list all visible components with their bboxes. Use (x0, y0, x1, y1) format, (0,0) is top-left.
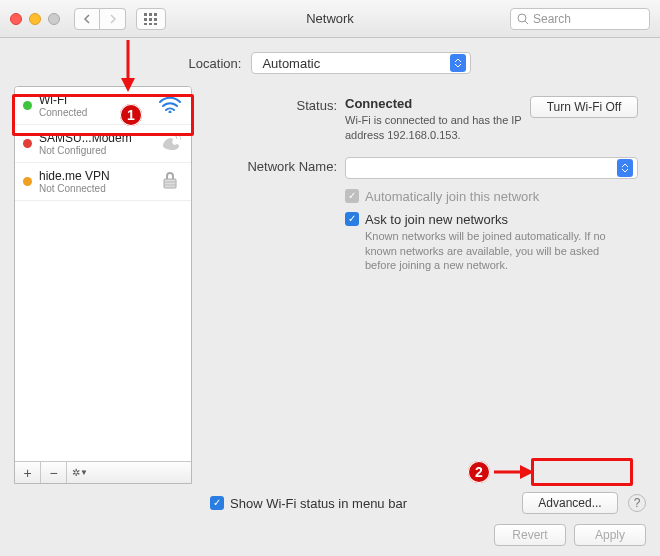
svg-point-9 (518, 14, 526, 22)
svg-rect-7 (149, 23, 152, 25)
help-button[interactable]: ? (628, 494, 646, 512)
close-icon[interactable] (10, 13, 22, 25)
status-dot-icon (23, 177, 32, 186)
apply-button[interactable]: Apply (574, 524, 646, 546)
auto-join-checkbox[interactable]: ✓ (345, 189, 359, 203)
status-dot-icon (23, 139, 32, 148)
sidebar-toolbar: + − ✲▼ (15, 461, 191, 483)
svg-rect-0 (144, 13, 147, 16)
search-icon (517, 13, 529, 25)
titlebar: Network Search (0, 0, 660, 38)
network-name-label: Network Name: (210, 157, 345, 278)
show-status-checkbox[interactable]: ✓ (210, 496, 224, 510)
main-pane: Wi-Fi Connected SAMSU...Modem Not Config… (0, 86, 660, 494)
status-dot-icon (23, 101, 32, 110)
turn-wifi-off-button[interactable]: Turn Wi-Fi Off (530, 96, 638, 118)
status-desc: Wi-Fi is connected to and has the IP add… (345, 113, 530, 143)
footer-buttons: Revert Apply (494, 524, 646, 546)
location-select[interactable]: Automatic (251, 52, 471, 74)
ask-join-desc: Known networks will be joined automatica… (365, 229, 625, 274)
back-button[interactable] (74, 8, 100, 30)
remove-interface-button[interactable]: − (41, 462, 67, 483)
svg-rect-3 (144, 18, 147, 21)
auto-join-label: Automatically join this network (365, 189, 539, 204)
sidebar-item-sub: Not Connected (39, 183, 150, 194)
gear-icon: ✲ (72, 467, 80, 478)
chevron-updown-icon (617, 159, 633, 177)
ask-join-label: Ask to join new networks (365, 212, 508, 227)
svg-point-11 (169, 111, 172, 114)
show-status-label: Show Wi-Fi status in menu bar (230, 496, 407, 511)
location-row: Location: Automatic (0, 38, 660, 86)
sidebar-item-modem[interactable]: SAMSU...Modem Not Configured (15, 125, 191, 163)
search-placeholder: Search (533, 12, 571, 26)
sidebar-item-label: Wi-Fi (39, 93, 150, 107)
svg-rect-8 (154, 23, 157, 25)
status-label: Status: (210, 96, 345, 143)
svg-rect-5 (154, 18, 157, 21)
zoom-icon (48, 13, 60, 25)
sidebar-item-wifi[interactable]: Wi-Fi Connected (15, 87, 191, 125)
location-value: Automatic (262, 56, 320, 71)
chevron-updown-icon (450, 54, 466, 72)
svg-rect-1 (149, 13, 152, 16)
svg-rect-12 (164, 179, 176, 188)
lock-icon (157, 171, 183, 192)
sidebar-item-label: SAMSU...Modem (39, 131, 150, 145)
detail-pane: Status: Connected Wi-Fi is connected to … (202, 86, 646, 484)
svg-rect-6 (144, 23, 147, 25)
phone-icon (157, 133, 183, 154)
sidebar-item-sub: Not Configured (39, 145, 150, 156)
wifi-icon (157, 95, 183, 116)
location-label: Location: (189, 56, 242, 71)
minimize-icon[interactable] (29, 13, 41, 25)
revert-button[interactable]: Revert (494, 524, 566, 546)
sidebar-item-sub: Connected (39, 107, 150, 118)
interface-sidebar: Wi-Fi Connected SAMSU...Modem Not Config… (14, 86, 192, 484)
show-all-button[interactable] (136, 8, 166, 30)
advanced-button[interactable]: Advanced... (522, 492, 618, 514)
ask-join-checkbox[interactable]: ✓ (345, 212, 359, 226)
sidebar-item-vpn[interactable]: hide.me VPN Not Connected (15, 163, 191, 201)
search-input[interactable]: Search (510, 8, 650, 30)
svg-rect-4 (149, 18, 152, 21)
nav-buttons (74, 8, 126, 30)
forward-button[interactable] (100, 8, 126, 30)
svg-rect-2 (154, 13, 157, 16)
bottom-bar: ✓ Show Wi-Fi status in menu bar Advanced… (14, 492, 646, 514)
svg-line-10 (525, 21, 528, 24)
window-controls (10, 13, 60, 25)
network-name-select[interactable] (345, 157, 638, 179)
add-interface-button[interactable]: + (15, 462, 41, 483)
status-value: Connected (345, 96, 530, 111)
gear-menu-button[interactable]: ✲▼ (67, 462, 93, 483)
sidebar-item-label: hide.me VPN (39, 169, 150, 183)
